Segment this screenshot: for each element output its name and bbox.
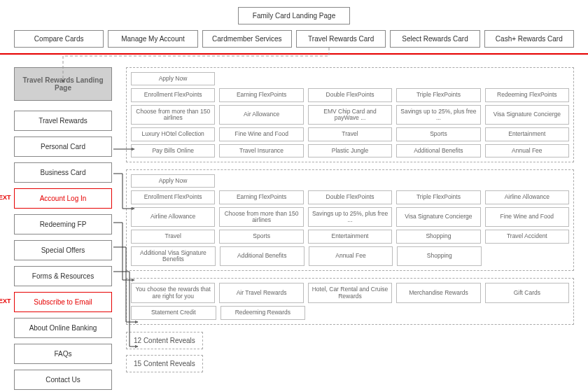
- cell[interactable]: Fine Wine and Food: [485, 207, 569, 227]
- top-nav: Compare Cards Manage My Account Cardmemb…: [14, 30, 574, 48]
- cell[interactable]: Earning FlexPoints: [219, 190, 303, 204]
- landing-page-box: Travel Rewards Landing Page: [14, 67, 112, 101]
- cell[interactable]: Savings up to 25%, plus free ...: [308, 207, 392, 227]
- cell[interactable]: Entertainment: [308, 230, 392, 243]
- cell[interactable]: Airline Allowance: [131, 207, 215, 227]
- cell[interactable]: Visa Signature Concierge: [485, 105, 569, 125]
- sidebar-item-personal-card[interactable]: Personal Card: [14, 136, 112, 157]
- divider-red: [0, 53, 588, 55]
- cell[interactable]: Plastic Jungle: [308, 144, 392, 158]
- sidebar: Travel Rewards Landing Page Travel Rewar…: [14, 67, 112, 392]
- sidebar-item-special-offers[interactable]: Special Offers: [14, 240, 112, 260]
- cell-empty: [309, 306, 393, 319]
- nav-cardmember-services[interactable]: Cardmember Services: [202, 30, 292, 48]
- cell-empty: [398, 306, 482, 319]
- cell[interactable]: Luxury HOtel Collection: [131, 127, 215, 141]
- cell[interactable]: Earning FlexPoints: [219, 88, 303, 102]
- nav-manage-account[interactable]: Manage My Account: [108, 30, 197, 48]
- cell[interactable]: Pay Bills Online: [131, 144, 215, 158]
- sidebar-item-travel-rewards[interactable]: Travel Rewards: [14, 111, 112, 131]
- sidebar-item-about-online-banking[interactable]: About Online Banking: [14, 318, 112, 338]
- cell[interactable]: Double FlexPoints: [308, 190, 392, 204]
- cell[interactable]: Shopping: [397, 246, 482, 267]
- cell[interactable]: Air Travel Rewards: [219, 283, 303, 303]
- panel-business-card: Apply Now Enrollment FlexPoints Earning …: [126, 169, 574, 271]
- cell[interactable]: Merchandise Rewards: [396, 283, 480, 303]
- cell[interactable]: Apply Now: [131, 174, 215, 188]
- content-area: Apply Now Enrollment FlexPoints Earning …: [126, 67, 574, 392]
- cell[interactable]: Enrollment FlexPoints: [131, 190, 215, 204]
- cell[interactable]: Fine Wine and Food: [219, 127, 303, 141]
- cell[interactable]: Enrollment FlexPoints: [131, 88, 215, 102]
- cell[interactable]: Additional Benefits: [220, 246, 304, 267]
- cell[interactable]: Travel: [308, 127, 392, 141]
- sidebar-item-faqs[interactable]: FAQs: [14, 344, 112, 364]
- cell[interactable]: Additional Benefits: [396, 144, 480, 158]
- sidebar-item-account-login[interactable]: Account Log In: [14, 188, 112, 209]
- cell[interactable]: Hotel, Car Rental and Cruise Rewards: [308, 283, 392, 303]
- cell[interactable]: Triple FlexPoints: [396, 190, 480, 204]
- sidebar-item-business-card[interactable]: Business Card: [14, 162, 112, 183]
- cell[interactable]: Redeeming Rewards: [220, 306, 306, 319]
- cell[interactable]: Travel Accident: [485, 230, 569, 243]
- reveal-box-15[interactable]: 15 Content Reveals: [126, 355, 203, 372]
- nav-compare-cards[interactable]: Compare Cards: [14, 30, 104, 48]
- cell[interactable]: Apply Now: [131, 72, 215, 85]
- cell[interactable]: Choose from more than 150 airlines: [219, 207, 303, 227]
- nav-cash-rewards-card[interactable]: Cash+ Rewards Card: [484, 30, 574, 48]
- cell[interactable]: Gift Cards: [485, 283, 569, 303]
- cell[interactable]: Annual Fee: [485, 144, 569, 158]
- cell[interactable]: Statement Credit: [131, 306, 216, 319]
- nav-travel-rewards-card[interactable]: Travel Rewards Card: [296, 30, 386, 48]
- cell[interactable]: Travel Insurance: [219, 144, 303, 158]
- sidebar-item-redeeming-fp[interactable]: Redeeming FP: [14, 214, 112, 234]
- page-title: Family Card Landing Page: [253, 12, 335, 20]
- cell[interactable]: Travel: [131, 230, 215, 243]
- cell[interactable]: Annual Fee: [309, 246, 393, 267]
- panel-redeeming: You choose the rewards that are right fo…: [126, 278, 574, 324]
- cell[interactable]: Visa Signature Concierge: [396, 207, 480, 227]
- sidebar-item-contact-us[interactable]: Contact Us: [14, 370, 112, 390]
- cell[interactable]: Air Allowance: [219, 105, 303, 125]
- cell[interactable]: EMV Chip Card and payWave ...: [308, 105, 392, 125]
- cell[interactable]: Redeeming FlexPoints: [485, 88, 569, 102]
- cell[interactable]: You choose the rewards that are right fo…: [131, 283, 215, 303]
- sidebar-item-forms-resources[interactable]: Forms & Resources: [14, 266, 112, 286]
- cell[interactable]: Sports: [219, 230, 303, 243]
- cell[interactable]: Shopping: [396, 230, 480, 243]
- cell[interactable]: Savings up to 25%, plus free ...: [396, 105, 480, 125]
- page-title-box: Family Card Landing Page: [238, 7, 350, 24]
- cell[interactable]: Choose from more than 150 airlines: [131, 105, 215, 125]
- ext-label-2: EXT: [0, 298, 11, 304]
- ext-label-1: EXT: [0, 194, 11, 201]
- reveal-box-12[interactable]: 12 Content Reveals: [126, 332, 203, 349]
- cell[interactable]: Double FlexPoints: [308, 88, 392, 102]
- sidebar-item-subscribe-email[interactable]: Subscribe to Email: [14, 292, 112, 312]
- cell-empty: [485, 306, 569, 319]
- cell[interactable]: Sports: [396, 127, 480, 141]
- cell[interactable]: Triple FlexPoints: [396, 88, 480, 102]
- cell[interactable]: Airline Allowance: [485, 190, 569, 204]
- panel-personal-card: Apply Now Enrollment FlexPoints Earning …: [126, 67, 574, 162]
- cell[interactable]: Entertainment: [485, 127, 569, 141]
- cell-empty: [486, 246, 569, 267]
- cell[interactable]: Additional Visa Signature Benefits: [131, 246, 216, 267]
- nav-select-rewards-card[interactable]: Select Rewards Card: [390, 30, 479, 48]
